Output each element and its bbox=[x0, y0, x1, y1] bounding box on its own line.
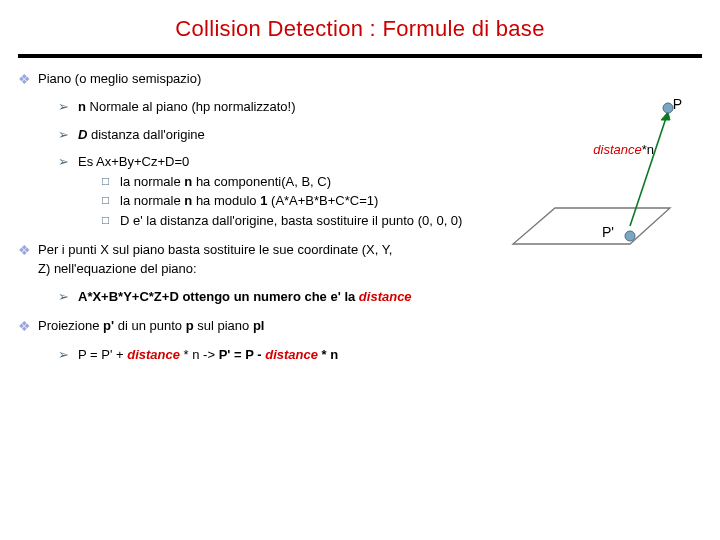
lvl3-text: D e' la distanza dall'origine, basta sos… bbox=[120, 213, 462, 228]
plane-polygon bbox=[513, 208, 670, 244]
lvl3-text: la normale n ha componenti(A, B, C) bbox=[120, 174, 331, 189]
lvl2-text: A*X+B*Y+C*Z+D ottengo un numero che e' l… bbox=[78, 289, 412, 304]
lvl1-text: Piano (o meglio semispazio) bbox=[38, 71, 201, 86]
point-p bbox=[663, 103, 673, 113]
lvl2-text: n Normale al piano (hp normalizzato!) bbox=[78, 99, 296, 114]
lvl1-text: Per i punti X sul piano basta sostituire… bbox=[38, 241, 398, 277]
lvl3-text: la normale n ha modulo 1 (A*A+B*B+C*C=1) bbox=[120, 193, 378, 208]
label-distance: distance*n bbox=[593, 142, 654, 157]
slide-title: Collision Detection : Formule di base bbox=[0, 0, 720, 50]
lvl2-item: A*X+B*Y+C*Z+D ottengo un numero che e' l… bbox=[56, 288, 696, 306]
lvl2-text: Es Ax+By+Cz+D=0 bbox=[78, 154, 189, 169]
plane-svg bbox=[510, 96, 690, 276]
lvl2-text: P = P' + distance * n -> P' = P - distan… bbox=[78, 347, 338, 362]
normal-arrow bbox=[630, 112, 668, 226]
lvl1-text: Proiezione p' di un punto p sul piano pl bbox=[38, 318, 264, 333]
lvl2-text: D distanza dall'origine bbox=[78, 127, 205, 142]
lvl1-item: Proiezione p' di un punto p sul piano pl… bbox=[12, 317, 696, 363]
point-p-prime bbox=[625, 231, 635, 241]
title-underline bbox=[18, 54, 702, 58]
label-p: P bbox=[673, 96, 682, 112]
label-p-prime: P' bbox=[602, 224, 614, 240]
plane-diagram: P distance*n P' bbox=[510, 96, 690, 276]
lvl2-item: P = P' + distance * n -> P' = P - distan… bbox=[56, 346, 696, 364]
